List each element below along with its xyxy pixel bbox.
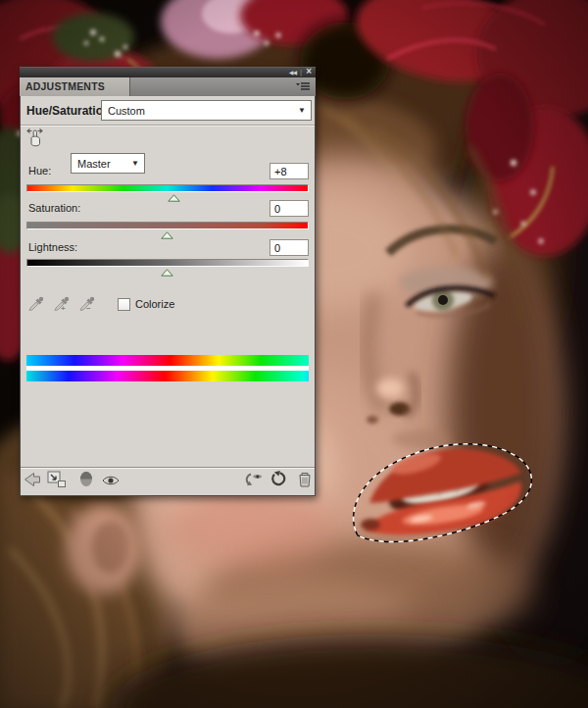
titlebar-divider: | (300, 69, 302, 76)
hue-slider-marker[interactable] (168, 192, 180, 204)
eyedropper-add-icon[interactable]: + (53, 294, 71, 312)
adjustment-title: Hue/Saturation (26, 104, 110, 118)
hue-value-input[interactable] (270, 163, 309, 179)
panel-tab-bar: ADJUSTMENTS (20, 77, 316, 96)
channel-dropdown[interactable]: Master ▼ (71, 153, 145, 174)
targeted-adjustment-hand-icon[interactable] (26, 127, 46, 149)
preset-dropdown-value: Custom (108, 105, 145, 117)
colorize-checkbox[interactable] (118, 298, 130, 311)
chevron-down-icon: ▼ (298, 106, 306, 115)
lightness-value-input[interactable] (270, 239, 309, 256)
saturation-label: Saturation: (28, 202, 80, 214)
saturation-value-input[interactable] (270, 200, 309, 217)
hue-label: Hue: (28, 165, 51, 177)
eyedropper-subtract-icon[interactable]: − (78, 294, 96, 312)
hue-slider[interactable] (26, 184, 309, 192)
previous-state-icon[interactable] (244, 472, 264, 486)
saturation-slider[interactable] (26, 222, 309, 229)
tab-bar-spacer (130, 77, 290, 96)
lightness-label: Lightness: (28, 241, 77, 253)
photoshop-workspace: ◀◀ | × ADJUSTMENTS Hue/Saturation Custom… (0, 0, 588, 708)
colorize-label: Colorize (135, 298, 174, 310)
footer-separator (21, 467, 315, 469)
collapse-to-icons-icon[interactable]: ◀◀ (289, 70, 296, 76)
preset-dropdown[interactable]: Custom ▼ (101, 100, 312, 121)
clip-to-layer-icon[interactable] (47, 471, 67, 488)
separator (21, 125, 315, 126)
lightness-slider[interactable] (26, 259, 309, 267)
close-icon[interactable]: × (306, 67, 312, 76)
eye-icon[interactable] (102, 475, 120, 486)
eyedropper-icon[interactable] (27, 294, 45, 312)
tab-adjustments[interactable]: ADJUSTMENTS (20, 77, 130, 96)
minus-glyph: − (86, 304, 91, 313)
chevron-down-icon: ▼ (131, 159, 139, 168)
adjustments-panel: ◀◀ | × ADJUSTMENTS Hue/Saturation Custom… (20, 67, 316, 496)
saturation-slider-marker[interactable] (161, 229, 173, 241)
channel-dropdown-value: Master (77, 158, 111, 170)
panel-menu-icon[interactable] (290, 77, 316, 96)
spectrum-bar-adjusted (26, 371, 309, 381)
panel-content: Hue/Saturation Custom ▼ Master ▼ Hue: (20, 96, 316, 496)
plus-glyph: + (61, 304, 66, 313)
lightness-slider-marker[interactable] (161, 267, 173, 278)
return-arrow-icon[interactable] (24, 472, 41, 487)
panel-titlebar[interactable]: ◀◀ | × (20, 67, 316, 77)
trash-icon[interactable] (298, 471, 312, 487)
reset-icon[interactable] (270, 471, 286, 486)
visibility-ball-icon[interactable] (79, 471, 93, 487)
spectrum-bar-original (26, 355, 309, 366)
